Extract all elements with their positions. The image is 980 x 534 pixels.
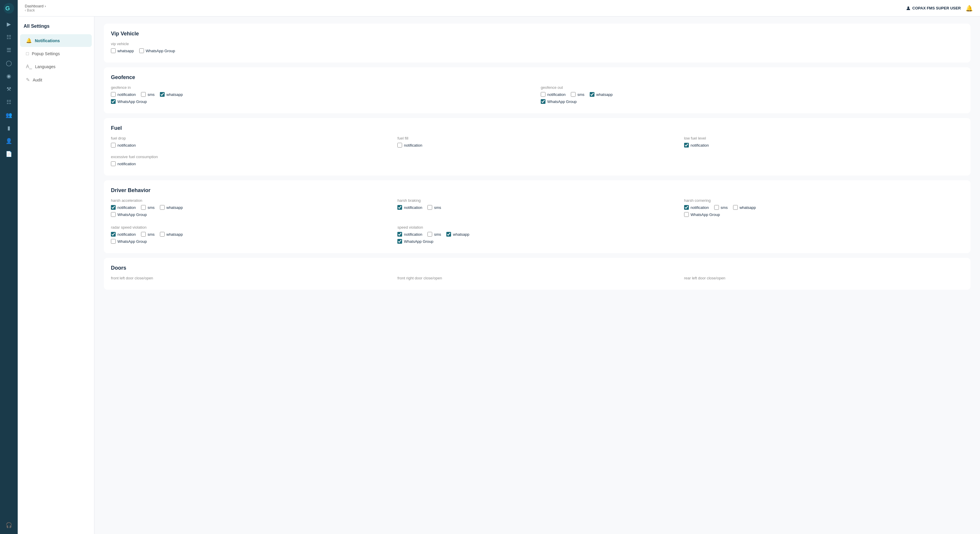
audit-label: Audit — [33, 78, 42, 82]
rsv-sms[interactable]: sms — [141, 232, 154, 237]
speed-violation-col: speed violation notification sms whatsap… — [398, 225, 677, 246]
grid-icon[interactable]: ☷ — [3, 32, 14, 43]
radar-speed-col: radar speed violation notification sms w… — [111, 225, 390, 246]
vip-vehicle-subsection: vip vehicle whatsapp WhatsApp Group — [111, 41, 964, 53]
gf-out-sms[interactable]: sms — [571, 92, 584, 97]
sv-sms[interactable]: sms — [428, 232, 441, 237]
geofence-in-row2: WhatsApp Group — [111, 99, 534, 104]
doors-title: Doors — [111, 265, 964, 271]
harsh-accel-label: harsh acceleration — [111, 198, 390, 203]
ha-notification[interactable]: notification — [111, 205, 136, 210]
geofence-out-label: geofence out — [541, 85, 964, 90]
popup-label: Popup Settings — [32, 51, 60, 56]
vip-whatsapp-item[interactable]: whatsapp — [111, 48, 134, 53]
ha-sms[interactable]: sms — [141, 205, 154, 210]
front-right-door-label: front right door close/open — [398, 276, 677, 280]
headset-icon[interactable]: 🎧 — [3, 520, 14, 531]
geofence-section: Geofence geofence in notification sms wh… — [104, 67, 970, 113]
shield-icon[interactable]: ▮ — [3, 123, 14, 134]
doc-icon[interactable]: 📄 — [3, 149, 14, 159]
menu-item-audit[interactable]: ✎ Audit — [20, 73, 92, 86]
menu-item-notifications[interactable]: 🔔 Notifications — [20, 34, 92, 47]
hb-sms[interactable]: sms — [428, 205, 441, 210]
fuel-drop-label: fuel drop — [111, 136, 390, 140]
breadcrumb: Dashboard › ‹ Back — [25, 4, 46, 13]
speed-violation-label: speed violation — [398, 225, 677, 229]
svg-point-2 — [907, 6, 909, 8]
people-icon[interactable]: 👥 — [3, 110, 14, 120]
fuel-fill-col: fuel fill notification — [398, 136, 677, 150]
content-area: Vip Vehicle vip vehicle whatsapp WhatsAp… — [94, 16, 980, 534]
fuel-drop-notification[interactable]: notification — [111, 143, 136, 148]
svg-text:G: G — [5, 5, 10, 11]
harsh-braking-label: harsh braking — [398, 198, 677, 203]
vip-vehicle-label: vip vehicle — [111, 41, 964, 46]
sv-whatsapp[interactable]: whatsapp — [446, 232, 469, 237]
rsv-whatsapp[interactable]: whatsapp — [160, 232, 183, 237]
doors-section: Doors front left door close/open front r… — [104, 258, 970, 290]
table-icon[interactable]: ☷ — [3, 97, 14, 107]
app-logo[interactable]: G — [3, 2, 15, 14]
vip-whatsapp-label: whatsapp — [118, 49, 134, 53]
gf-in-whatsapp[interactable]: whatsapp — [160, 92, 183, 97]
sv-notification[interactable]: notification — [398, 232, 422, 237]
ha-whatsapp-group[interactable]: WhatsApp Group — [111, 212, 147, 217]
topnav: Dashboard › ‹ Back COPAX FMS SUPER USER … — [18, 0, 980, 16]
fuel-fill-notification[interactable]: notification — [398, 143, 422, 148]
vip-whatsapp-checkbox[interactable] — [111, 48, 116, 53]
gf-out-whatsapp[interactable]: whatsapp — [590, 92, 613, 97]
list-icon[interactable]: ☰ — [3, 45, 14, 56]
vip-vehicle-checkboxes: whatsapp WhatsApp Group — [111, 48, 964, 53]
person-icon[interactable]: 👤 — [3, 136, 14, 146]
harsh-braking-col: harsh braking notification sms — [398, 198, 677, 219]
bell-icon[interactable]: 🔔 — [966, 5, 973, 12]
video-icon[interactable]: ▶ — [3, 19, 14, 30]
gf-in-notification[interactable]: notification — [111, 92, 136, 97]
languages-label: Languages — [35, 64, 56, 69]
languages-icon: A⎯ — [26, 64, 32, 69]
hb-notification[interactable]: notification — [398, 205, 422, 210]
empty-col — [684, 225, 964, 246]
geofence-out-row2: WhatsApp Group — [541, 99, 964, 104]
rear-left-door-col: rear left door close/open — [684, 276, 964, 283]
notifications-icon: 🔔 — [26, 38, 32, 43]
main-layout: All Settings 🔔 Notifications □ Popup Set… — [18, 16, 980, 534]
hc-notification[interactable]: notification — [684, 205, 709, 210]
doors-grid: front left door close/open front right d… — [111, 276, 964, 283]
gf-out-notification[interactable]: notification — [541, 92, 566, 97]
vip-whatsapp-group-checkbox[interactable] — [139, 48, 144, 53]
harsh-cornering-label: harsh cornering — [684, 198, 964, 203]
excessive-fuel-label: excessive fuel consumption — [111, 154, 964, 159]
sv-whatsapp-group[interactable]: WhatsApp Group — [398, 239, 433, 244]
globe-icon[interactable]: ◯ — [3, 58, 14, 68]
all-settings-title: All Settings — [18, 24, 94, 33]
vip-vehicle-title: Vip Vehicle — [111, 31, 964, 37]
breadcrumb-dashboard[interactable]: Dashboard › — [25, 4, 46, 8]
user-pin-icon[interactable]: ◉ — [3, 71, 14, 81]
gf-out-whatsapp-group[interactable]: WhatsApp Group — [541, 99, 577, 104]
back-link[interactable]: ‹ Back — [25, 8, 35, 13]
rsv-whatsapp-group[interactable]: WhatsApp Group — [111, 239, 147, 244]
driver-behavior-section: Driver Behavior harsh acceleration notif… — [104, 180, 970, 253]
hc-whatsapp-group[interactable]: WhatsApp Group — [684, 212, 720, 217]
user-label: COPAX FMS SUPER USER — [906, 6, 961, 11]
hc-whatsapp[interactable]: whatsapp — [733, 205, 756, 210]
menu-item-languages[interactable]: A⎯ Languages — [20, 60, 92, 73]
sidebar: G ▶ ☷ ☰ ◯ ◉ ⚒ ☷ 👥 ▮ 👤 📄 🎧 — [0, 0, 18, 534]
geofence-out-row1: notification sms whatsapp — [541, 92, 964, 97]
hc-sms[interactable]: sms — [714, 205, 728, 210]
gf-in-whatsapp-group[interactable]: WhatsApp Group — [111, 99, 147, 104]
vip-vehicle-section: Vip Vehicle vip vehicle whatsapp WhatsAp… — [104, 24, 970, 62]
menu-item-popup-settings[interactable]: □ Popup Settings — [20, 48, 92, 60]
fuel-fill-label: fuel fill — [398, 136, 677, 140]
excessive-fuel-notification[interactable]: notification — [111, 161, 136, 166]
rear-left-door-label: rear left door close/open — [684, 276, 964, 280]
vip-whatsapp-group-item[interactable]: WhatsApp Group — [139, 48, 175, 53]
low-fuel-notification[interactable]: notification — [684, 143, 709, 148]
ha-whatsapp[interactable]: whatsapp — [160, 205, 183, 210]
wrench-icon[interactable]: ⚒ — [3, 84, 14, 94]
geofence-in-row1: notification sms whatsapp — [111, 92, 534, 97]
gf-in-sms[interactable]: sms — [141, 92, 154, 97]
rsv-notification[interactable]: notification — [111, 232, 136, 237]
geofence-in-label: geofence in — [111, 85, 534, 90]
